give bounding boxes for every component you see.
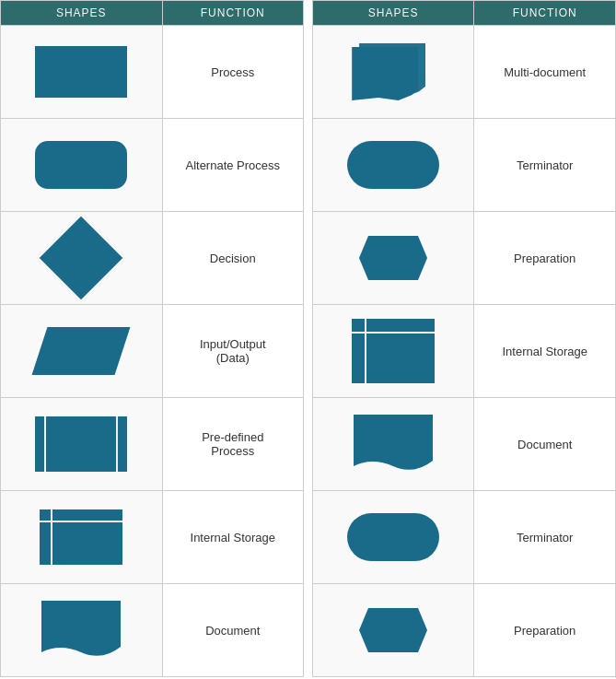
left-function-header: Function [162, 1, 304, 26]
func-io: Input/Output(Data) [162, 305, 304, 398]
right-shapes-header: SHAPES [312, 1, 474, 26]
func-internal-storage-right: Internal Storage [474, 305, 616, 398]
shape-terminator-cell [312, 119, 474, 212]
func-document: Document [162, 584, 304, 677]
process-shape [35, 46, 127, 98]
func-predefined: Pre-definedProcess [162, 398, 304, 491]
shape-internal-storage-right-cell [312, 305, 474, 398]
func-multidoc: Multi-document [474, 26, 616, 119]
func-process: Process [162, 26, 304, 119]
shape-multidoc-cell [312, 26, 474, 119]
shape-decision-cell [1, 212, 163, 305]
svg-marker-1 [359, 608, 427, 652]
alt-process-shape [35, 141, 127, 189]
func-document-right: Document [474, 398, 616, 491]
preparation2-shape [343, 604, 444, 656]
right-function-header: Function [474, 1, 616, 26]
func-terminator: Terminator [474, 119, 616, 212]
func-preparation: Preparation [474, 212, 616, 305]
shape-document-right-cell [312, 398, 474, 491]
shape-internal-storage-cell [1, 491, 163, 584]
shape-alt-process-cell [1, 119, 163, 212]
shape-predefined-cell [1, 398, 163, 491]
svg-marker-0 [359, 236, 427, 280]
func-terminator2: Terminator [474, 491, 616, 584]
internal-storage-shape [40, 509, 122, 565]
predefined-shape [35, 416, 127, 472]
shape-document-cell [1, 584, 163, 677]
func-alt-process: Alternate Process [162, 119, 304, 212]
multidoc-shape [352, 40, 435, 104]
shape-io-cell [1, 305, 163, 398]
func-preparation2: Preparation [474, 584, 616, 677]
shape-preparation2-cell [312, 584, 474, 677]
io-shape [32, 327, 131, 375]
decision-shape [40, 217, 123, 300]
func-internal-storage: Internal Storage [162, 491, 304, 584]
terminator-shape [347, 141, 439, 189]
left-shapes-header: SHAPES [1, 1, 163, 26]
terminator2-shape [347, 513, 439, 561]
preparation-shape [343, 232, 444, 284]
internal-storage-right-shape [352, 319, 435, 383]
shape-process-cell [1, 26, 163, 119]
document-shape [40, 599, 122, 661]
document-right-shape [352, 413, 435, 475]
flowchart-shapes-table: SHAPES Function SHAPES Function Process [0, 0, 616, 677]
func-decision: Decision [162, 212, 304, 305]
shape-preparation-cell [312, 212, 474, 305]
shape-terminator2-cell [312, 491, 474, 584]
